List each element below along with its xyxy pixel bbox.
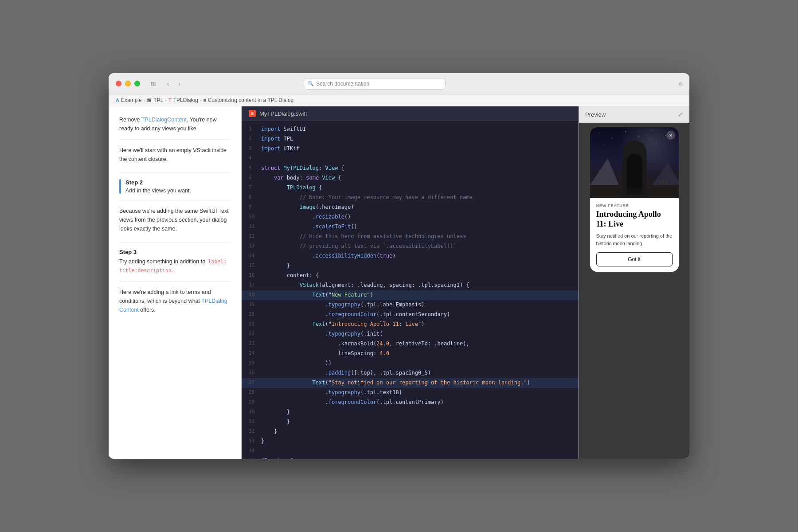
line-num-27: 27	[249, 378, 261, 387]
line-content-20: .foregroundColor(.tpl.contentSecondary)	[261, 310, 571, 319]
dialog-close-button[interactable]: ✕	[666, 131, 675, 140]
line-num-31: 31	[249, 417, 261, 426]
tpldialogcontent-link[interactable]: TPLDialogContent	[141, 117, 187, 123]
divider-3	[119, 200, 231, 200]
preview-header: Preview ⤢	[579, 106, 689, 123]
line-content-10: .resizable()	[261, 212, 571, 221]
dialog-content: NEW FEATURE Introducing Apollo 11: Live …	[590, 198, 679, 272]
close-button[interactable]	[116, 81, 121, 86]
line-num-25: 25	[249, 359, 261, 368]
code-line-3: 3 import UIKit	[242, 144, 579, 154]
step1-para2: Here we'll start with an empty VStack in…	[119, 146, 231, 164]
nav-buttons: ‹ ›	[163, 79, 184, 89]
dialog-card: ✕ NEW FEATURE Introducing Apollo 11: Liv…	[590, 127, 679, 272]
line-num-14: 14	[249, 251, 261, 260]
breadcrumb-current-label: Customizing content in a TPL Dialog	[208, 97, 293, 103]
code-line-8: 8 // Note: Your image resource may have …	[242, 193, 579, 203]
minimize-button[interactable]	[125, 81, 131, 86]
dialog-body-text: Stay notified on our reporting of the hi…	[596, 232, 673, 247]
line-num-24: 24	[249, 349, 261, 358]
search-input[interactable]	[316, 81, 442, 87]
got-it-button[interactable]: Got it	[596, 252, 673, 266]
line-content-22: .typography(.init(	[261, 329, 571, 338]
breadcrumb-item-example[interactable]: A Example	[116, 97, 142, 103]
code-line-6: 6 var body: some View {	[242, 173, 579, 183]
code-line-18: 18 Text("New Feature")	[242, 290, 579, 300]
divider-4	[119, 242, 231, 243]
divider-1	[119, 139, 231, 140]
line-content-31: }	[261, 417, 571, 426]
search-icon: 🔍	[308, 81, 314, 86]
line-content-7: TPLDialog {	[261, 183, 571, 192]
line-content-33: }	[261, 437, 571, 446]
line-content-1: import SwiftUI	[261, 125, 571, 133]
line-num-21: 21	[249, 320, 261, 329]
line-content-18: Text("New Feature")	[261, 290, 571, 299]
step3-para2: Here we're adding a link to terms and co…	[119, 288, 231, 314]
line-content-6: var body: some View {	[261, 173, 571, 182]
step2-subtitle: Add in the views you want.	[125, 188, 231, 194]
forward-button[interactable]: ›	[175, 79, 184, 89]
expand-icon[interactable]: ⤢	[678, 111, 683, 118]
breadcrumb-link-example[interactable]: Example	[121, 97, 142, 103]
sidebar-toggle-icon[interactable]: ⊞	[149, 79, 158, 88]
breadcrumb-item-tpldialog[interactable]: T TPLDialog	[168, 97, 198, 103]
preview-panel: Preview ⤢	[579, 106, 689, 459]
breadcrumb-item-tpl[interactable]: 🏛 TPL	[147, 97, 163, 103]
list-icon: ≡	[203, 98, 206, 103]
maximize-button[interactable]	[134, 81, 140, 86]
code-line-34: 34	[242, 446, 579, 456]
code-line-28: 28 .typography(.tpl.text18)	[242, 388, 579, 398]
line-content-26: .padding([.top], .tpl.spacing0_5)	[261, 368, 571, 377]
code-line-27: 27 Text("Stay notified on our reporting …	[242, 378, 579, 388]
code-line-23: 23 .karnakBold(24.0, relativeTo: .headli…	[242, 339, 579, 349]
breadcrumb-sep-1: ›	[144, 98, 145, 103]
line-num-5: 5	[249, 164, 261, 172]
code-line-32: 32 }	[242, 427, 579, 437]
code-line-10: 10 .resizable()	[242, 212, 579, 222]
code-line-4: 4	[242, 154, 579, 164]
line-num-32: 32	[249, 427, 261, 436]
code-line-2: 2 import TPL	[242, 134, 579, 144]
code-header: S MyTPLDialog.swift	[242, 106, 579, 121]
line-content-19: .typography(.tpl.labelEmphasis)	[261, 300, 571, 309]
step2-bar	[119, 179, 121, 194]
code-line-20: 20 .foregroundColor(.tpl.contentSecondar…	[242, 310, 579, 320]
breadcrumb-link-tpldialog[interactable]: TPLDialog	[173, 97, 198, 103]
line-num-33: 33	[249, 437, 261, 446]
back-button[interactable]: ‹	[163, 79, 173, 89]
line-content-30: }	[261, 407, 571, 416]
line-num-35: 35	[249, 456, 261, 459]
line-num-9: 9	[249, 203, 261, 211]
line-num-12: 12	[249, 232, 261, 241]
line-content-9: Image(.heroImage)	[261, 203, 571, 211]
line-num-1: 1	[249, 125, 261, 133]
line-num-20: 20	[249, 310, 261, 319]
code-line-15: 15 }	[242, 261, 579, 271]
ground	[590, 185, 679, 198]
search-bar[interactable]: 🔍	[304, 78, 446, 90]
step2-para1: Because we're adding the same SwiftUI Te…	[119, 207, 231, 233]
step2-section: Step 2 Add in the views you want. Becaus…	[119, 179, 231, 233]
code-line-19: 19 .typography(.tpl.labelEmphasis)	[242, 300, 579, 310]
code-line-21: 21 Text("Introducing Apollo 11: Live")	[242, 320, 579, 329]
code-line-9: 9 Image(.heroImage)	[242, 203, 579, 212]
line-num-34: 34	[249, 446, 261, 455]
line-num-4: 4	[249, 154, 261, 163]
code-line-14: 14 .accessibilityHidden(true)	[242, 251, 579, 261]
share-icon[interactable]: ⎋	[679, 80, 682, 87]
code-line-29: 29 .foregroundColor(.tpl.contentPrimary)	[242, 398, 579, 407]
line-content-25: ))	[261, 359, 571, 368]
line-content-3: import UIKit	[261, 144, 571, 153]
code-line-33: 33 }	[242, 437, 579, 446]
line-num-13: 13	[249, 242, 261, 250]
line-num-11: 11	[249, 222, 261, 231]
line-content-24: lineSpacing: 4.0	[261, 349, 571, 358]
code-line-5: 5 struct MyTPLDialog: View {	[242, 164, 579, 173]
breadcrumb-link-tpl[interactable]: TPL	[153, 97, 163, 103]
step1-text: Remove TPLDialogContent. You're now read…	[119, 115, 231, 133]
code-body[interactable]: 1 import SwiftUI 2 import TPL 3 import U…	[242, 121, 579, 459]
line-num-8: 8	[249, 193, 261, 202]
line-num-2: 2	[249, 134, 261, 143]
tpldialogcontent-link2[interactable]: TPLDialog Content	[119, 298, 227, 313]
